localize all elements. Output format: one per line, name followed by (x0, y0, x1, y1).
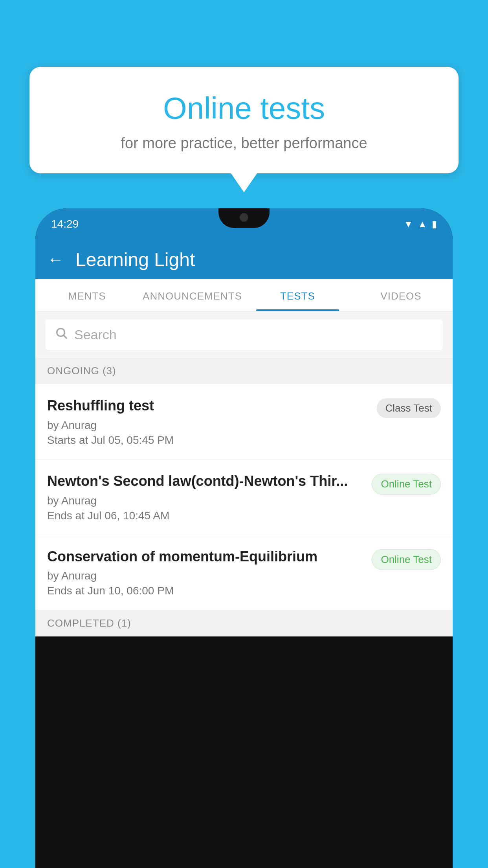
section-completed: COMPLETED (1) (35, 610, 453, 636)
test-badge-2: Online Test (372, 474, 441, 495)
test-info-3: Conservation of momentum-Equilibrium by … (47, 548, 364, 598)
test-time-1: Starts at Jul 05, 05:45 PM (47, 434, 369, 447)
search-container: Search (35, 312, 453, 358)
section-ongoing: ONGOING (3) (35, 358, 453, 384)
test-item-conservation[interactable]: Conservation of momentum-Equilibrium by … (35, 535, 453, 611)
search-placeholder: Search (74, 327, 117, 342)
test-info-2: Newton's Second law(contd)-Newton's Thir… (47, 472, 364, 522)
tabs-container: MENTS ANNOUNCEMENTS TESTS VIDEOS (35, 279, 453, 312)
phone-camera (240, 213, 248, 222)
back-button[interactable]: ← (47, 250, 64, 269)
wifi-icon: ▼ (404, 219, 413, 230)
battery-icon: ▮ (432, 219, 437, 230)
test-info-1: Reshuffling test by Anurag Starts at Jul… (47, 397, 369, 447)
test-time-3: Ends at Jun 10, 06:00 PM (47, 585, 364, 597)
search-icon (55, 326, 68, 343)
tab-tests[interactable]: TESTS (246, 279, 349, 311)
test-badge-3: Online Test (372, 549, 441, 570)
phone-frame: 14:29 ▼ ▲ ▮ ← Learning Light MENTS ANNOU… (35, 208, 453, 868)
test-name-1: Reshuffling test (47, 397, 369, 415)
status-time: 14:29 (51, 218, 79, 230)
app-header: ← Learning Light (35, 240, 453, 279)
svg-point-0 (57, 329, 65, 337)
phone-content: ONGOING (3) Reshuffling test by Anurag S… (35, 358, 453, 636)
speech-bubble: Online tests for more practice, better p… (29, 67, 459, 173)
test-by-3: by Anurag (47, 570, 364, 582)
test-item-reshuffling[interactable]: Reshuffling test by Anurag Starts at Jul… (35, 384, 453, 460)
signal-icon: ▲ (418, 219, 427, 230)
test-time-2: Ends at Jul 06, 10:45 AM (47, 509, 364, 522)
tab-videos[interactable]: VIDEOS (349, 279, 453, 311)
test-name-3: Conservation of momentum-Equilibrium (47, 548, 364, 566)
app-title: Learning Light (75, 249, 195, 270)
tab-ments[interactable]: MENTS (35, 279, 139, 311)
status-icons: ▼ ▲ ▮ (404, 219, 437, 230)
test-badge-1: Class Test (377, 398, 441, 418)
test-by-1: by Anurag (47, 419, 369, 432)
bubble-subtitle: for more practice, better performance (49, 135, 439, 152)
test-list: Reshuffling test by Anurag Starts at Jul… (35, 384, 453, 610)
tab-announcements[interactable]: ANNOUNCEMENTS (139, 279, 246, 311)
test-name-2: Newton's Second law(contd)-Newton's Thir… (47, 472, 364, 491)
status-bar: 14:29 ▼ ▲ ▮ (35, 208, 453, 240)
test-item-newtons[interactable]: Newton's Second law(contd)-Newton's Thir… (35, 460, 453, 535)
test-by-2: by Anurag (47, 495, 364, 507)
svg-line-1 (64, 335, 67, 338)
bubble-title: Online tests (49, 90, 439, 126)
phone-notch (218, 208, 270, 228)
search-box[interactable]: Search (45, 319, 443, 351)
